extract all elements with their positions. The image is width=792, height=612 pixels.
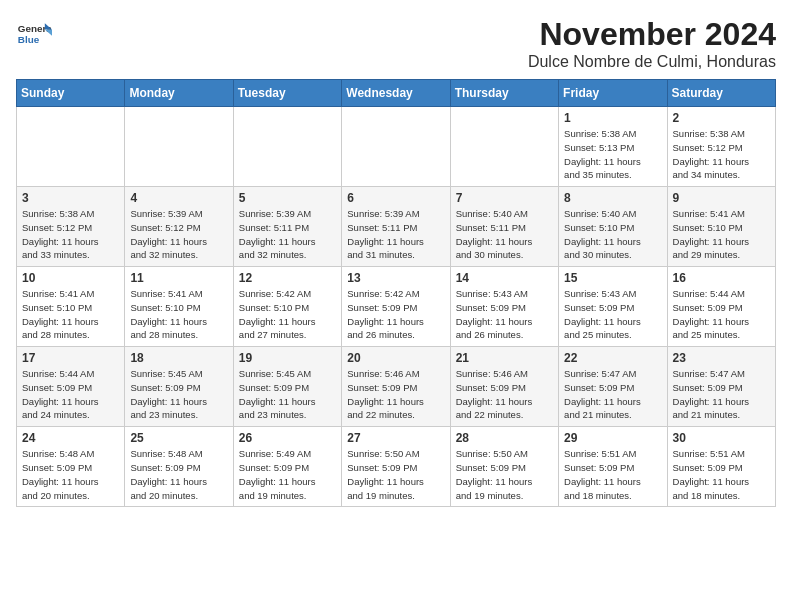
calendar-cell: 22Sunrise: 5:47 AM Sunset: 5:09 PM Dayli… xyxy=(559,347,667,427)
day-info: Sunrise: 5:43 AM Sunset: 5:09 PM Dayligh… xyxy=(564,287,661,342)
day-number: 4 xyxy=(130,191,227,205)
calendar-cell: 9Sunrise: 5:41 AM Sunset: 5:10 PM Daylig… xyxy=(667,187,775,267)
page-header: General Blue November 2024 Dulce Nombre … xyxy=(16,16,776,71)
month-title: November 2024 xyxy=(528,16,776,53)
day-number: 19 xyxy=(239,351,336,365)
day-info: Sunrise: 5:39 AM Sunset: 5:11 PM Dayligh… xyxy=(239,207,336,262)
calendar-cell: 29Sunrise: 5:51 AM Sunset: 5:09 PM Dayli… xyxy=(559,427,667,507)
calendar-cell: 15Sunrise: 5:43 AM Sunset: 5:09 PM Dayli… xyxy=(559,267,667,347)
day-number: 21 xyxy=(456,351,553,365)
calendar-cell: 10Sunrise: 5:41 AM Sunset: 5:10 PM Dayli… xyxy=(17,267,125,347)
day-info: Sunrise: 5:49 AM Sunset: 5:09 PM Dayligh… xyxy=(239,447,336,502)
day-number: 7 xyxy=(456,191,553,205)
calendar-cell: 21Sunrise: 5:46 AM Sunset: 5:09 PM Dayli… xyxy=(450,347,558,427)
day-number: 15 xyxy=(564,271,661,285)
week-row-1: 1Sunrise: 5:38 AM Sunset: 5:13 PM Daylig… xyxy=(17,107,776,187)
weekday-header-friday: Friday xyxy=(559,80,667,107)
calendar-cell xyxy=(233,107,341,187)
day-info: Sunrise: 5:42 AM Sunset: 5:10 PM Dayligh… xyxy=(239,287,336,342)
calendar-cell: 5Sunrise: 5:39 AM Sunset: 5:11 PM Daylig… xyxy=(233,187,341,267)
calendar-cell xyxy=(17,107,125,187)
calendar-cell: 3Sunrise: 5:38 AM Sunset: 5:12 PM Daylig… xyxy=(17,187,125,267)
day-info: Sunrise: 5:41 AM Sunset: 5:10 PM Dayligh… xyxy=(673,207,770,262)
week-row-5: 24Sunrise: 5:48 AM Sunset: 5:09 PM Dayli… xyxy=(17,427,776,507)
week-row-2: 3Sunrise: 5:38 AM Sunset: 5:12 PM Daylig… xyxy=(17,187,776,267)
day-number: 26 xyxy=(239,431,336,445)
day-number: 5 xyxy=(239,191,336,205)
day-number: 10 xyxy=(22,271,119,285)
calendar-cell: 17Sunrise: 5:44 AM Sunset: 5:09 PM Dayli… xyxy=(17,347,125,427)
calendar-cell xyxy=(342,107,450,187)
day-info: Sunrise: 5:50 AM Sunset: 5:09 PM Dayligh… xyxy=(456,447,553,502)
calendar-cell: 12Sunrise: 5:42 AM Sunset: 5:10 PM Dayli… xyxy=(233,267,341,347)
day-info: Sunrise: 5:40 AM Sunset: 5:11 PM Dayligh… xyxy=(456,207,553,262)
calendar-cell: 11Sunrise: 5:41 AM Sunset: 5:10 PM Dayli… xyxy=(125,267,233,347)
day-info: Sunrise: 5:43 AM Sunset: 5:09 PM Dayligh… xyxy=(456,287,553,342)
calendar-cell: 20Sunrise: 5:46 AM Sunset: 5:09 PM Dayli… xyxy=(342,347,450,427)
day-number: 20 xyxy=(347,351,444,365)
day-info: Sunrise: 5:48 AM Sunset: 5:09 PM Dayligh… xyxy=(130,447,227,502)
day-number: 12 xyxy=(239,271,336,285)
day-number: 8 xyxy=(564,191,661,205)
day-info: Sunrise: 5:38 AM Sunset: 5:13 PM Dayligh… xyxy=(564,127,661,182)
day-number: 17 xyxy=(22,351,119,365)
day-info: Sunrise: 5:38 AM Sunset: 5:12 PM Dayligh… xyxy=(673,127,770,182)
day-info: Sunrise: 5:41 AM Sunset: 5:10 PM Dayligh… xyxy=(130,287,227,342)
calendar-cell xyxy=(125,107,233,187)
calendar-cell: 16Sunrise: 5:44 AM Sunset: 5:09 PM Dayli… xyxy=(667,267,775,347)
calendar-cell: 14Sunrise: 5:43 AM Sunset: 5:09 PM Dayli… xyxy=(450,267,558,347)
day-number: 22 xyxy=(564,351,661,365)
calendar-cell: 28Sunrise: 5:50 AM Sunset: 5:09 PM Dayli… xyxy=(450,427,558,507)
day-number: 16 xyxy=(673,271,770,285)
day-number: 24 xyxy=(22,431,119,445)
week-row-4: 17Sunrise: 5:44 AM Sunset: 5:09 PM Dayli… xyxy=(17,347,776,427)
day-number: 25 xyxy=(130,431,227,445)
day-number: 30 xyxy=(673,431,770,445)
day-info: Sunrise: 5:46 AM Sunset: 5:09 PM Dayligh… xyxy=(347,367,444,422)
calendar-cell: 2Sunrise: 5:38 AM Sunset: 5:12 PM Daylig… xyxy=(667,107,775,187)
day-info: Sunrise: 5:45 AM Sunset: 5:09 PM Dayligh… xyxy=(130,367,227,422)
day-info: Sunrise: 5:39 AM Sunset: 5:12 PM Dayligh… xyxy=(130,207,227,262)
day-number: 27 xyxy=(347,431,444,445)
day-number: 2 xyxy=(673,111,770,125)
calendar-cell xyxy=(450,107,558,187)
weekday-header-monday: Monday xyxy=(125,80,233,107)
day-number: 9 xyxy=(673,191,770,205)
day-number: 6 xyxy=(347,191,444,205)
calendar-cell: 27Sunrise: 5:50 AM Sunset: 5:09 PM Dayli… xyxy=(342,427,450,507)
day-number: 23 xyxy=(673,351,770,365)
calendar-cell: 23Sunrise: 5:47 AM Sunset: 5:09 PM Dayli… xyxy=(667,347,775,427)
day-number: 29 xyxy=(564,431,661,445)
weekday-header-tuesday: Tuesday xyxy=(233,80,341,107)
logo: General Blue xyxy=(16,16,54,52)
location-title: Dulce Nombre de Culmi, Honduras xyxy=(528,53,776,71)
weekday-header-saturday: Saturday xyxy=(667,80,775,107)
day-number: 18 xyxy=(130,351,227,365)
day-info: Sunrise: 5:44 AM Sunset: 5:09 PM Dayligh… xyxy=(22,367,119,422)
day-info: Sunrise: 5:41 AM Sunset: 5:10 PM Dayligh… xyxy=(22,287,119,342)
day-info: Sunrise: 5:46 AM Sunset: 5:09 PM Dayligh… xyxy=(456,367,553,422)
calendar-cell: 30Sunrise: 5:51 AM Sunset: 5:09 PM Dayli… xyxy=(667,427,775,507)
day-number: 1 xyxy=(564,111,661,125)
day-info: Sunrise: 5:50 AM Sunset: 5:09 PM Dayligh… xyxy=(347,447,444,502)
calendar-cell: 25Sunrise: 5:48 AM Sunset: 5:09 PM Dayli… xyxy=(125,427,233,507)
svg-text:Blue: Blue xyxy=(18,34,40,45)
day-info: Sunrise: 5:47 AM Sunset: 5:09 PM Dayligh… xyxy=(673,367,770,422)
weekday-header-wednesday: Wednesday xyxy=(342,80,450,107)
day-info: Sunrise: 5:47 AM Sunset: 5:09 PM Dayligh… xyxy=(564,367,661,422)
calendar-cell: 6Sunrise: 5:39 AM Sunset: 5:11 PM Daylig… xyxy=(342,187,450,267)
calendar-cell: 24Sunrise: 5:48 AM Sunset: 5:09 PM Dayli… xyxy=(17,427,125,507)
weekday-header-thursday: Thursday xyxy=(450,80,558,107)
calendar-cell: 13Sunrise: 5:42 AM Sunset: 5:09 PM Dayli… xyxy=(342,267,450,347)
day-info: Sunrise: 5:42 AM Sunset: 5:09 PM Dayligh… xyxy=(347,287,444,342)
logo-icon: General Blue xyxy=(16,16,52,52)
day-info: Sunrise: 5:40 AM Sunset: 5:10 PM Dayligh… xyxy=(564,207,661,262)
calendar-cell: 7Sunrise: 5:40 AM Sunset: 5:11 PM Daylig… xyxy=(450,187,558,267)
day-info: Sunrise: 5:51 AM Sunset: 5:09 PM Dayligh… xyxy=(673,447,770,502)
day-number: 3 xyxy=(22,191,119,205)
day-number: 13 xyxy=(347,271,444,285)
day-number: 11 xyxy=(130,271,227,285)
day-info: Sunrise: 5:39 AM Sunset: 5:11 PM Dayligh… xyxy=(347,207,444,262)
calendar-cell: 1Sunrise: 5:38 AM Sunset: 5:13 PM Daylig… xyxy=(559,107,667,187)
weekday-header-sunday: Sunday xyxy=(17,80,125,107)
